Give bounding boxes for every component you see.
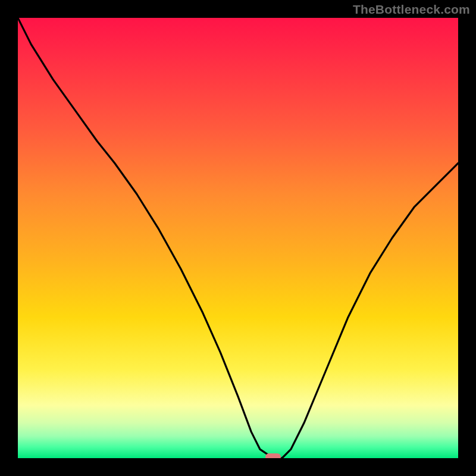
curve-path [18,18,458,458]
watermark-text: TheBottleneck.com [353,2,470,17]
plot-area [18,18,458,458]
bottleneck-curve [18,18,458,458]
minimum-marker [265,453,281,458]
chart-frame: TheBottleneck.com [0,0,476,476]
